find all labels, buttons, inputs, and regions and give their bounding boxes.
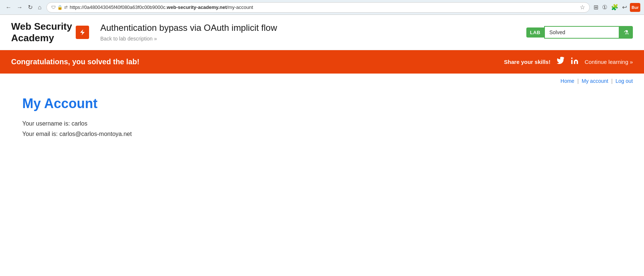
extensions-button[interactable]: ⊞	[593, 3, 599, 12]
my-account-link[interactable]: My account	[582, 78, 608, 84]
lab-info: Authentication bypass via OAuth implicit…	[100, 23, 526, 42]
linkedin-icon	[571, 57, 579, 65]
logo-icon	[76, 26, 89, 39]
logo-area: Web Security Academy	[11, 21, 89, 44]
banner-right: Share your skills! Continue learning »	[504, 57, 633, 67]
nav-buttons: ← → ↻ ⌂	[4, 3, 43, 12]
address-bar[interactable]: 🛡 🔒 ⇄ https://0a480043045f40f080a63f0c00…	[46, 2, 590, 13]
svg-point-1	[571, 58, 573, 59]
logo-line1: Web Security	[11, 21, 72, 32]
browser-actions: ⊞ ① 🧩 ↩ Bur	[593, 3, 640, 12]
logo-line2: Academy	[11, 32, 72, 44]
email-line: Your email is: carlos@carlos-montoya.net	[22, 131, 633, 137]
lock-icon: 🔒	[57, 5, 63, 10]
continue-learning-link[interactable]: Continue learning »	[585, 59, 633, 65]
twitter-icon	[556, 57, 565, 65]
flask-button[interactable]: ⚗	[620, 26, 633, 39]
reload-button[interactable]: ↻	[26, 3, 35, 12]
shield-icon: 🛡	[51, 5, 56, 10]
forward-button[interactable]: →	[15, 3, 24, 12]
home-button[interactable]: ⌂	[36, 3, 43, 12]
lab-badge: LAB	[526, 27, 544, 38]
security-icons: 🛡 🔒 ⇄	[51, 5, 68, 10]
separator-2: |	[611, 78, 613, 84]
flask-icon: ⚗	[624, 29, 629, 36]
burp-button[interactable]: Bur	[630, 3, 640, 12]
redirect-icon: ⇄	[64, 5, 68, 10]
top-nav: Home | My account | Log out	[0, 74, 644, 88]
svg-marker-0	[80, 29, 85, 35]
congrats-text: Congratulations, you solved the lab!	[11, 58, 140, 66]
lab-status: LAB ⚗	[526, 26, 633, 39]
page-header: Web Security Academy Authentication bypa…	[0, 15, 644, 50]
linkedin-link[interactable]	[571, 57, 579, 67]
back-to-lab-link[interactable]: Back to lab description »	[100, 36, 157, 42]
twitter-link[interactable]	[556, 57, 565, 67]
separator-1: |	[577, 78, 579, 84]
profile-button[interactable]: ①	[601, 3, 608, 12]
back-button[interactable]: ←	[4, 3, 13, 12]
logout-link[interactable]: Log out	[615, 78, 633, 84]
puzzle-button[interactable]: 🧩	[610, 3, 619, 12]
account-info: Your username is: carlos Your email is: …	[11, 120, 633, 137]
main-content: My Account Your username is: carlos Your…	[0, 88, 644, 149]
page-title: My Account	[11, 96, 633, 111]
undo-button[interactable]: ↩	[621, 3, 628, 12]
lab-title: Authentication bypass via OAuth implicit…	[100, 23, 526, 33]
lightning-icon	[79, 29, 86, 36]
solved-input[interactable]	[544, 26, 620, 39]
share-skills-label: Share your skills!	[504, 59, 550, 65]
congrats-banner: Congratulations, you solved the lab! Sha…	[0, 50, 644, 74]
username-line: Your username is: carlos	[22, 120, 633, 127]
star-icon[interactable]: ☆	[580, 4, 585, 11]
home-link[interactable]: Home	[560, 78, 574, 84]
url-text: https://0a480043045f40f080a63f0c00b9000c…	[70, 4, 578, 10]
browser-chrome: ← → ↻ ⌂ 🛡 🔒 ⇄ https://0a480043045f40f080…	[0, 0, 644, 15]
logo-text: Web Security Academy	[11, 21, 89, 44]
